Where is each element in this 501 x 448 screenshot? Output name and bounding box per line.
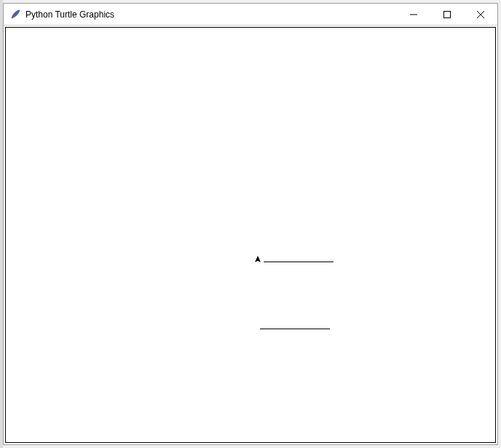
maximize-button[interactable] (430, 4, 464, 25)
close-icon (477, 11, 484, 18)
window-title: Python Turtle Graphics (25, 4, 397, 25)
titlebar[interactable]: Python Turtle Graphics (4, 4, 497, 25)
canvas-frame (5, 27, 496, 443)
turtle-canvas (6, 28, 495, 442)
minimize-icon (410, 11, 417, 18)
close-button[interactable] (464, 4, 497, 25)
drawn-line (264, 262, 334, 262)
drawn-line (260, 329, 330, 329)
minimize-button[interactable] (397, 4, 430, 25)
maximize-icon (443, 11, 451, 18)
window-controls (397, 4, 497, 25)
svg-rect-1 (444, 12, 451, 18)
feather-icon (9, 9, 21, 20)
app-window: Python Turtle Graphics (3, 3, 498, 445)
svg-marker-4 (255, 256, 261, 262)
